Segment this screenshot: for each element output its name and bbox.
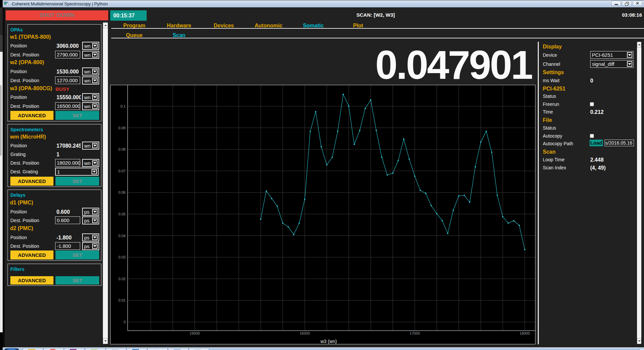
svg-text:0.1: 0.1 [121, 104, 126, 108]
svg-text:15000: 15000 [190, 331, 200, 335]
svg-text:0.06: 0.06 [119, 190, 126, 194]
svg-text:0.03: 0.03 [119, 255, 126, 259]
svg-text:16000: 16000 [300, 331, 310, 335]
svg-text:18000: 18000 [520, 331, 530, 335]
svg-text:17000: 17000 [410, 331, 420, 335]
svg-text:0.02: 0.02 [119, 277, 126, 281]
svg-text:0.09: 0.09 [119, 126, 126, 130]
svg-text:w3 (wn): w3 (wn) [320, 339, 337, 344]
svg-text:0.01: 0.01 [119, 298, 126, 302]
svg-text:0.05: 0.05 [119, 212, 126, 216]
svg-text:0: 0 [124, 320, 126, 324]
svg-text:0.08: 0.08 [119, 147, 126, 151]
svg-text:0.07: 0.07 [119, 169, 126, 173]
svg-text:0.04: 0.04 [119, 234, 126, 238]
